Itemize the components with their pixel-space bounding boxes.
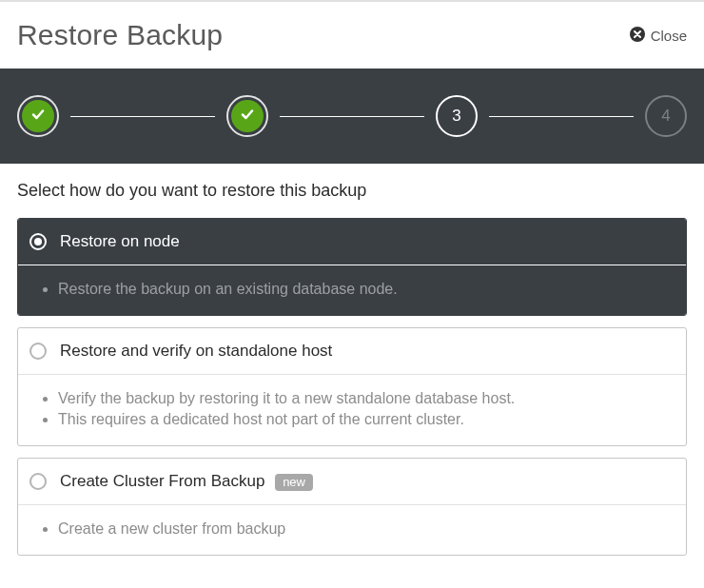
option-body: Verify the backup by restoring it to a n… xyxy=(18,375,686,445)
close-icon xyxy=(630,27,645,45)
step-3-label: 3 xyxy=(452,107,460,126)
close-button[interactable]: Close xyxy=(630,27,687,45)
option-title: Create Cluster From Backup xyxy=(60,472,264,490)
step-connector xyxy=(489,116,634,117)
step-1-done xyxy=(17,95,59,137)
prompt-text: Select how do you want to restore this b… xyxy=(17,181,687,201)
dialog-title: Restore Backup xyxy=(17,19,223,51)
new-badge: new xyxy=(275,474,313,491)
check-icon xyxy=(240,107,255,126)
step-connector xyxy=(70,116,215,117)
radio-selected-icon xyxy=(29,233,47,250)
progress-stepper: 3 4 xyxy=(0,69,704,164)
option-body: Create a new cluster from backup xyxy=(18,505,686,555)
option-header[interactable]: Restore and verify on standalone host xyxy=(18,328,686,375)
step-3-current: 3 xyxy=(436,95,478,137)
option-title: Restore on node xyxy=(60,232,180,251)
option-header[interactable]: Create Cluster From Backup new xyxy=(18,459,686,505)
step-4-future: 4 xyxy=(645,95,687,137)
dialog-body: Select how do you want to restore this b… xyxy=(0,164,704,584)
radio-unselected-icon xyxy=(29,473,47,490)
option-bullet: This requires a dedicated host not part … xyxy=(58,409,675,430)
close-label: Close xyxy=(651,28,687,44)
check-icon xyxy=(30,107,46,126)
option-bullet: Verify the backup by restoring it to a n… xyxy=(58,388,675,409)
step-2-done xyxy=(226,95,268,137)
option-body: Restore the backup on an existing databa… xyxy=(18,265,686,315)
option-restore-on-node[interactable]: Restore on node Restore the backup on an… xyxy=(17,218,687,316)
step-4-label: 4 xyxy=(661,107,670,126)
option-restore-verify-standalone[interactable]: Restore and verify on standalone host Ve… xyxy=(17,327,687,446)
option-bullet: Create a new cluster from backup xyxy=(58,519,675,539)
option-header[interactable]: Restore on node xyxy=(18,219,686,265)
step-connector xyxy=(280,116,424,117)
dialog-header: Restore Backup Close xyxy=(0,2,704,69)
radio-unselected-icon xyxy=(29,343,47,360)
option-bullet: Restore the backup on an existing databa… xyxy=(58,279,675,300)
option-create-cluster-from-backup[interactable]: Create Cluster From Backup new Create a … xyxy=(17,458,687,556)
option-title: Restore and verify on standalone host xyxy=(60,342,332,361)
